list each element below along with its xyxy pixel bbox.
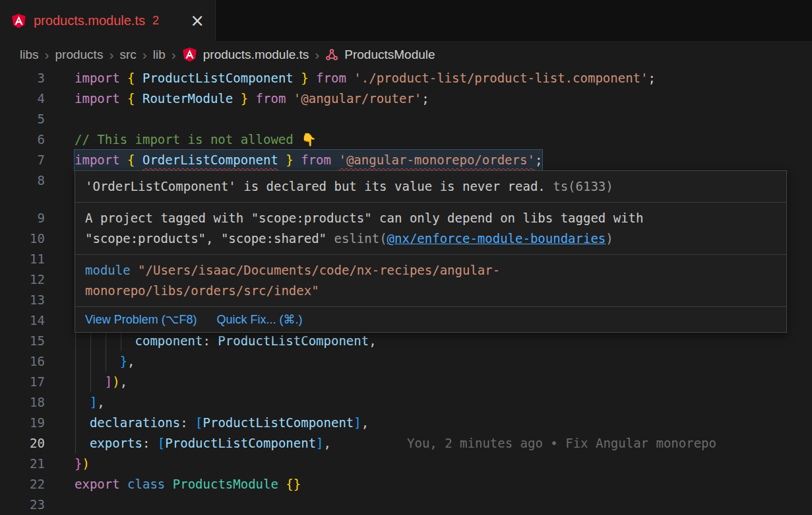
close-tab-icon[interactable]: ×	[190, 12, 204, 29]
line-number: 11	[0, 249, 75, 269]
code-token: ts(6133)	[546, 179, 613, 193]
line-number: 17	[0, 372, 75, 392]
code-token: :	[203, 333, 218, 348]
code-line-text[interactable]: import { OrderListComponent } from '@ang…	[75, 150, 542, 170]
code-line-text[interactable]: })	[75, 454, 90, 474]
line-number: 10	[0, 228, 75, 249]
line-number: 21	[0, 454, 75, 474]
code-token: ,	[97, 395, 104, 409]
code-line-text[interactable]: component: ProductListComponent,	[75, 331, 377, 351]
code-token	[75, 415, 90, 430]
code-token: '@angular/router'	[294, 91, 422, 106]
code-token: from	[256, 91, 286, 106]
code-token	[75, 395, 90, 409]
diagnostic-message: module "/Users/isaac/Documents/code/nx-r…	[75, 254, 786, 306]
tab-products-module[interactable]: products.module.ts 2 ×	[0, 0, 216, 41]
code-editor[interactable]: 3import { ProductListComponent } from '.…	[0, 68, 812, 515]
code-line-text[interactable]: declarations: [ProductListComponent],	[75, 413, 369, 433]
code-token: [	[195, 415, 203, 430]
code-token: ProductListComponent	[218, 333, 369, 348]
code-token: export	[75, 477, 120, 491]
code-token: 'OrderListComponent' is declared but its…	[85, 179, 546, 193]
code-token	[346, 71, 354, 85]
breadcrumb-separator-icon: ›	[142, 47, 147, 63]
code-token: "/Users/isaac/Documents/code/nx-recipes/…	[85, 263, 500, 298]
breadcrumb-item[interactable]: ProductsModule	[344, 48, 435, 62]
code-line-text[interactable]: ]),	[75, 372, 127, 392]
indent-guide	[75, 331, 76, 454]
code-token: ,	[361, 415, 369, 430]
breadcrumb-item[interactable]: src	[119, 48, 136, 62]
code-line-text[interactable]: export class ProductsModule {}	[75, 474, 301, 495]
code-token	[120, 71, 127, 85]
code-token: RouterModule	[142, 91, 233, 106]
code-line: 16 },	[0, 351, 812, 372]
diagnostic-message: 'OrderListComponent' is declared but its…	[75, 171, 786, 202]
breadcrumb-separator-icon: ›	[45, 47, 49, 63]
code-line-text[interactable]: ],	[75, 392, 105, 413]
code-token	[165, 477, 172, 491]
code-line: 22export class ProductsModule {}	[0, 474, 812, 495]
code-token: exports	[90, 436, 142, 450]
code-line: 18 ],	[0, 392, 812, 413]
code-token: }	[233, 91, 248, 106]
code-token: ]	[354, 415, 361, 430]
quick-fix-link[interactable]: Quick Fix... (⌘.)	[216, 312, 302, 327]
code-token: {}	[286, 477, 301, 491]
breadcrumb-item[interactable]: products	[55, 48, 104, 62]
code-line-text[interactable]: import { ProductListComponent } from './…	[75, 68, 656, 88]
code-token	[120, 477, 127, 491]
code-token: ProductsModule	[173, 477, 278, 491]
code-token: ,	[120, 374, 127, 389]
line-number: 3	[0, 68, 75, 88]
code-token: OrderListComponent	[142, 153, 278, 167]
code-token: )	[112, 374, 119, 389]
line-number: 6	[0, 129, 75, 150]
eslint-rule-link[interactable]: @nx/enforce-module-boundaries	[387, 231, 606, 246]
code-token: ]	[90, 395, 97, 409]
code-token	[294, 153, 301, 167]
code-line: 15 component: ProductListComponent,	[0, 331, 812, 351]
code-token	[120, 91, 127, 106]
code-token: [	[158, 436, 165, 450]
code-token: ProductListComponent	[165, 436, 316, 450]
code-token	[75, 354, 120, 368]
code-token: ;	[422, 91, 429, 106]
breadcrumb-item[interactable]: lib	[153, 48, 166, 62]
view-problem-link[interactable]: View Problem (⌥F8)	[85, 312, 197, 327]
line-number: 20	[0, 433, 75, 454]
code-token	[131, 263, 138, 277]
hover-actions-bar: View Problem (⌥F8) Quick Fix... (⌘.)	[75, 306, 786, 332]
code-token	[309, 71, 316, 85]
line-number: 18	[0, 392, 75, 413]
line-number: 12	[0, 269, 75, 290]
code-line-text[interactable]: import { RouterModule } from '@angular/r…	[75, 88, 429, 109]
indent-guide	[121, 331, 121, 351]
code-line: 4import { RouterModule } from '@angular/…	[0, 88, 812, 109]
code-line: 23	[0, 495, 812, 515]
tab-title: products.module.ts	[34, 13, 145, 28]
code-token: ProductListComponent	[203, 415, 354, 430]
angular-icon	[11, 13, 26, 28]
code-line: 20 exports: [ProductListComponent],You, …	[0, 433, 812, 454]
breadcrumb-item[interactable]: libs	[20, 48, 39, 62]
code-token	[286, 91, 293, 106]
line-number: 15	[0, 331, 75, 351]
code-line: 3import { ProductListComponent } from '.…	[0, 68, 812, 88]
code-line: 7import { OrderListComponent } from '@an…	[0, 150, 812, 170]
code-line-text[interactable]: },	[75, 351, 135, 372]
line-number: 7	[0, 150, 75, 170]
code-token: // This import is not allowed 👇	[75, 132, 317, 147]
code-token	[75, 333, 135, 348]
code-line: 17 ]),	[0, 372, 812, 392]
code-line-text[interactable]: // This import is not allowed 👇	[75, 129, 317, 150]
code-token: {	[127, 91, 142, 106]
breadcrumb-separator-icon: ›	[315, 47, 319, 63]
code-line: 21})	[0, 454, 812, 474]
code-token: from	[301, 153, 331, 167]
symbol-class-icon	[325, 48, 338, 61]
breadcrumb-item[interactable]: products.module.ts	[203, 48, 309, 62]
hover-diagnostics-popup: 'OrderListComponent' is declared but its…	[75, 170, 787, 333]
code-line-text[interactable]: exports: [ProductListComponent],You, 2 m…	[75, 433, 716, 454]
code-token: from	[316, 71, 346, 85]
